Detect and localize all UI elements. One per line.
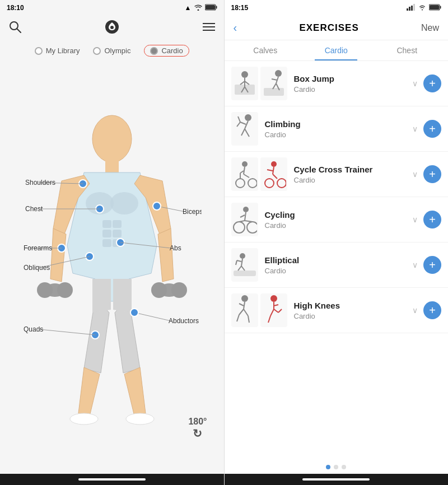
svg-point-72: [245, 114, 251, 121]
body-map: Shoulders Chest Forearms Obliques Quads …: [0, 61, 224, 474]
svg-rect-57: [430, 5, 439, 10]
rotation-badge: 180° ↻: [188, 417, 207, 440]
svg-line-69: [272, 79, 277, 80]
exercise-cat-climbing: Cardio: [265, 130, 413, 139]
radio-mylibrary: [35, 47, 43, 55]
menu-icon[interactable]: [203, 22, 215, 34]
rotation-icon: ↻: [193, 427, 202, 440]
add-btn-cycle[interactable]: +: [423, 165, 441, 183]
svg-line-78: [237, 122, 240, 127]
right-panel: 18:15 ‹ EXERCISES New Calves Cardio Ches…: [225, 0, 449, 485]
svg-line-116: [274, 309, 278, 313]
chevron-climbing[interactable]: ∨: [412, 124, 418, 133]
exercise-info-climbing: Climbing Cardio: [265, 119, 413, 139]
search-icon[interactable]: [9, 21, 21, 36]
svg-point-24: [151, 282, 167, 298]
svg-line-83: [240, 171, 244, 173]
tab-cardio[interactable]: Cardio: [301, 40, 372, 60]
right-top-nav: ‹ EXERCISES New: [225, 16, 449, 40]
exercise-info-elliptical: Elliptical Cardio: [265, 255, 413, 275]
svg-point-13: [110, 192, 138, 214]
chevron-boxjump[interactable]: ∨: [412, 79, 418, 88]
exercise-images-cycle: [231, 157, 287, 191]
svg-line-49: [134, 313, 171, 321]
svg-point-79: [236, 179, 245, 188]
exercise-name-cycle: Cycle Cross Trainer: [294, 165, 413, 174]
left-status-bar: 18:10 ▲: [0, 0, 224, 16]
exercise-img1-cycling: [231, 203, 258, 236]
svg-point-81: [242, 161, 248, 167]
exercise-images-cycling: [231, 203, 258, 236]
page-dots: [225, 460, 449, 474]
filter-tab-olympic[interactable]: Olympic: [93, 45, 130, 57]
chevron-cycle[interactable]: ∨: [412, 170, 418, 179]
svg-line-109: [244, 309, 248, 316]
exercise-info-cycle: Cycle Cross Trainer Cardio: [294, 165, 413, 184]
svg-point-27: [126, 413, 154, 425]
svg-point-80: [248, 179, 257, 188]
tab-calves[interactable]: Calves: [230, 40, 301, 60]
wifi-icon: [194, 4, 203, 12]
svg-text:Forearms: Forearms: [24, 244, 52, 252]
right-home-indicator: [302, 478, 370, 481]
tab-chest[interactable]: Chest: [372, 40, 443, 60]
add-btn-climbing[interactable]: +: [423, 120, 441, 138]
svg-line-102: [241, 266, 245, 271]
filter-tab-cardio[interactable]: Cardio: [144, 45, 189, 57]
filter-label-mylibrary: My Library: [46, 46, 80, 55]
svg-rect-18: [102, 239, 111, 247]
svg-point-10: [92, 115, 132, 162]
signal-icon: ▲: [185, 4, 192, 12]
svg-line-77: [238, 116, 240, 122]
add-btn-boxjump[interactable]: +: [423, 74, 441, 92]
svg-rect-14: [102, 220, 111, 228]
left-status-icons: ▲: [185, 4, 217, 12]
svg-line-101: [238, 266, 241, 271]
svg-line-74: [240, 122, 246, 124]
svg-line-89: [273, 167, 274, 174]
svg-line-117: [278, 309, 282, 313]
back-button[interactable]: ‹: [234, 21, 237, 34]
exercise-img2-boxjump: [260, 67, 287, 100]
exercise-img1-highknees: [231, 293, 258, 327]
svg-line-107: [239, 309, 244, 315]
home-indicator: [78, 478, 146, 481]
svg-rect-1: [206, 5, 215, 10]
dot-2: [334, 465, 338, 469]
filter-tab-mylibrary[interactable]: My Library: [35, 45, 80, 57]
svg-line-104: [244, 302, 245, 309]
right-time: 18:15: [231, 4, 249, 12]
radio-cardio: [150, 47, 158, 55]
left-time: 18:10: [7, 4, 24, 12]
svg-point-97: [240, 253, 245, 259]
svg-text:Chest: Chest: [25, 205, 43, 213]
rotation-degree: 180°: [188, 417, 207, 427]
list-item: Cycling Cardio ∨ +: [225, 197, 449, 243]
svg-point-26: [70, 413, 98, 425]
chevron-cycling[interactable]: ∨: [412, 215, 418, 224]
svg-rect-15: [113, 220, 122, 228]
svg-point-111: [270, 295, 277, 302]
filter-label-olympic: Olympic: [104, 46, 130, 55]
chevron-highknees[interactable]: ∨: [412, 306, 418, 315]
exercise-name-highknees: High Knees: [294, 301, 413, 310]
right-bottom-bar: [225, 474, 449, 485]
list-item: Elliptical Cardio ∨ +: [225, 243, 449, 288]
svg-rect-52: [407, 8, 408, 11]
svg-point-46: [153, 202, 161, 210]
svg-point-60: [241, 71, 248, 78]
add-btn-highknees[interactable]: +: [423, 301, 441, 319]
svg-line-115: [268, 316, 270, 323]
add-btn-elliptical[interactable]: +: [423, 256, 441, 274]
list-item: Box Jump Cardio ∨ +: [225, 61, 449, 106]
svg-point-67: [275, 70, 282, 77]
chevron-elliptical[interactable]: ∨: [412, 260, 418, 269]
exercise-img1-boxjump: [231, 67, 258, 100]
svg-line-110: [248, 316, 249, 323]
new-button[interactable]: New: [421, 23, 439, 33]
exercise-actions-cycling: ∨ +: [412, 211, 441, 228]
exercise-actions-climbing: ∨ +: [412, 120, 441, 138]
svg-rect-54: [411, 6, 413, 11]
add-btn-cycling[interactable]: +: [423, 211, 441, 228]
exercise-images-highknees: [231, 293, 287, 327]
